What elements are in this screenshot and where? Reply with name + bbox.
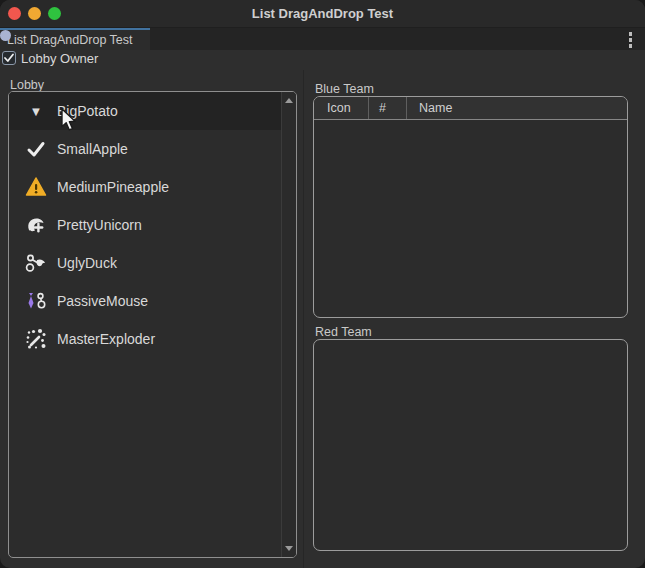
title-bar: List DragAndDrop Test: [0, 0, 645, 28]
nodes-claw-icon: [24, 251, 48, 275]
tab-label: List DragAndDrop Test: [7, 33, 133, 47]
lobby-item-masterexploder[interactable]: MasterExploder: [9, 320, 281, 358]
lobby-rows: ▼ BigPotato SmallApple: [9, 92, 281, 358]
hook-plus-icon: [24, 213, 48, 237]
lobby-item-uglyduck[interactable]: UglyDuck: [9, 244, 281, 282]
lobby-owner-checkbox[interactable]: [2, 51, 16, 65]
lobby-item-label: MasterExploder: [57, 331, 155, 347]
mouse-cursor-icon: [60, 108, 78, 138]
column-header-name[interactable]: Name: [407, 97, 627, 119]
kebab-menu-icon[interactable]: [629, 32, 633, 48]
checkmark-icon: [3, 52, 15, 64]
lobby-item-smallapple[interactable]: SmallApple: [9, 130, 281, 168]
lobby-item-label: PassiveMouse: [57, 293, 148, 309]
tab-list-draganddrop-test[interactable]: List DragAndDrop Test: [0, 28, 150, 50]
lobby-item-label: PrettyUnicorn: [57, 217, 142, 233]
lobby-scrollbar[interactable]: [281, 92, 296, 557]
lobby-item-label: UglyDuck: [57, 255, 117, 271]
pane-splitter[interactable]: [303, 70, 304, 568]
scroll-down-icon[interactable]: [285, 546, 293, 551]
particles-wand-icon: [24, 327, 48, 351]
blue-team-dropzone[interactable]: Icon # Name: [313, 96, 628, 318]
foldout-triangle-icon: ▼: [24, 99, 48, 123]
tie-nodes-icon: [24, 289, 48, 313]
red-team-panel-label: Red Team: [315, 325, 372, 339]
column-header-number[interactable]: #: [369, 97, 407, 119]
tab-drag-dot-icon: [0, 30, 11, 41]
window-title: List DragAndDrop Test: [0, 0, 645, 28]
lobby-panel-label: Lobby: [10, 78, 44, 92]
app-window: List DragAndDrop Test List DragAndDrop T…: [0, 0, 645, 568]
lobby-owner-label: Lobby Owner: [21, 51, 98, 66]
lobby-owner-row: Lobby Owner: [2, 50, 98, 66]
check-icon: [24, 137, 48, 161]
tab-strip: List DragAndDrop Test: [0, 28, 645, 50]
lobby-item-label: MediumPineapple: [57, 179, 169, 195]
lobby-item-prettyunicorn[interactable]: PrettyUnicorn: [9, 206, 281, 244]
scroll-up-icon[interactable]: [285, 98, 293, 103]
lobby-list[interactable]: ▼ BigPotato SmallApple: [8, 91, 297, 558]
lobby-item-passivemouse[interactable]: PassiveMouse: [9, 282, 281, 320]
lobby-item-label: SmallApple: [57, 141, 128, 157]
column-header-icon[interactable]: Icon: [314, 97, 369, 119]
blue-team-table-header: Icon # Name: [314, 97, 627, 120]
blue-team-panel-label: Blue Team: [315, 82, 374, 96]
lobby-item-mediumpineapple[interactable]: MediumPineapple: [9, 168, 281, 206]
warning-icon: [24, 175, 48, 199]
lobby-item-bigpotato[interactable]: ▼ BigPotato: [9, 92, 281, 130]
red-team-dropzone[interactable]: [313, 339, 628, 551]
